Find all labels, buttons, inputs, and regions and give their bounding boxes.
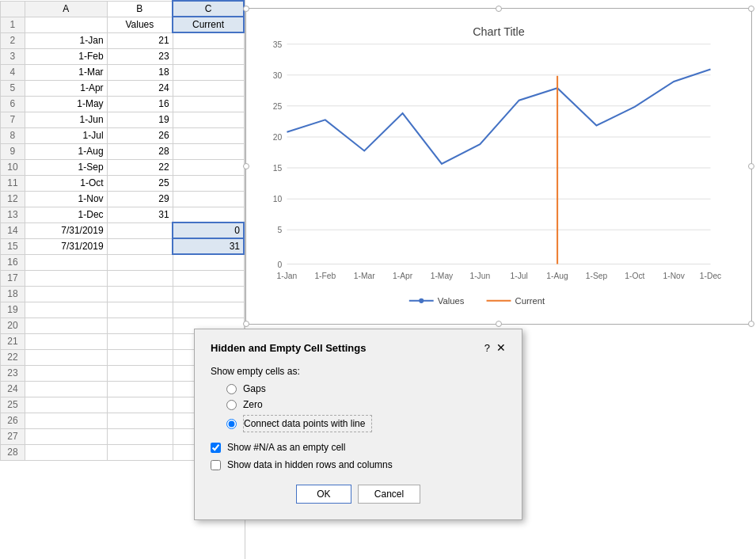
cell-8-c[interactable] [173,127,244,143]
cell-18-b[interactable] [107,286,173,302]
cell-24-a[interactable] [25,381,107,397]
cell-1-b[interactable]: Values [107,17,173,32]
grid-row-3: 31-Feb23 [1,48,245,64]
cell-7-a[interactable]: 1-Jun [25,112,107,127]
cell-15-a[interactable]: 7/31/2019 [25,238,107,254]
cell-24-b[interactable] [107,381,173,397]
cell-5-a[interactable]: 1-Apr [25,80,107,96]
cell-23-b[interactable] [107,365,173,381]
cell-7-c[interactable] [173,112,244,127]
col-b-header[interactable]: B [107,1,173,17]
dialog-controls: ? ✕ [484,341,506,354]
cell-28-b[interactable] [107,444,173,460]
cell-18-c[interactable] [173,286,244,302]
cell-16-b[interactable] [107,254,173,270]
cell-6-c[interactable] [173,96,244,112]
cell-28-a[interactable] [25,444,107,460]
cell-6-b[interactable]: 16 [107,96,173,112]
cell-9-a[interactable]: 1-Aug [25,143,107,159]
cell-8-a[interactable]: 1-Jul [25,127,107,143]
dialog-help-button[interactable]: ? [484,342,490,354]
cell-3-a[interactable]: 1-Feb [25,48,107,64]
cell-1-a[interactable] [25,17,107,32]
cell-25-b[interactable] [107,397,173,413]
cell-11-c[interactable] [173,175,244,191]
cell-12-b[interactable]: 29 [107,191,173,207]
radio-connect-input[interactable] [226,419,237,429]
cell-19-a[interactable] [25,302,107,318]
cell-8-b[interactable]: 26 [107,127,173,143]
cell-7-b[interactable]: 19 [107,112,173,127]
cell-14-b[interactable] [107,222,173,238]
cell-19-c[interactable] [173,302,244,318]
cell-14-c[interactable]: 0 [173,222,244,238]
col-c-header[interactable]: C [173,1,244,17]
resize-handle-right[interactable] [748,163,754,169]
cell-13-b[interactable]: 31 [107,207,173,222]
resize-handle-br[interactable] [748,321,754,327]
cell-10-b[interactable]: 22 [107,159,173,175]
resize-handle-left[interactable] [243,163,249,169]
ok-button[interactable]: OK [296,485,351,504]
cell-14-a[interactable]: 7/31/2019 [25,222,107,238]
cell-12-a[interactable]: 1-Nov [25,191,107,207]
cell-15-b[interactable] [107,238,173,254]
cell-15-c[interactable]: 31 [173,238,244,254]
cell-19-b[interactable] [107,302,173,318]
cell-22-a[interactable] [25,349,107,365]
cell-17-b[interactable] [107,270,173,286]
resize-handle-bl[interactable] [243,321,249,327]
resize-handle-bottom[interactable] [496,321,502,327]
cancel-button[interactable]: Cancel [358,485,420,504]
grid-row-1: 1ValuesCurrent [1,17,245,32]
cell-2-b[interactable]: 21 [107,32,173,48]
cell-2-a[interactable]: 1-Jan [25,32,107,48]
checkbox-hidden-label: Show data in hidden rows and columns [227,459,393,470]
cell-1-c[interactable]: Current [173,17,244,32]
cell-9-c[interactable] [173,143,244,159]
cell-20-b[interactable] [107,318,173,333]
cell-5-c[interactable] [173,80,244,96]
cell-4-a[interactable]: 1-Mar [25,64,107,80]
row-number-27: 27 [1,428,25,444]
cell-26-a[interactable] [25,413,107,428]
cell-3-b[interactable]: 23 [107,48,173,64]
cell-21-a[interactable] [25,333,107,349]
checkbox-na-input[interactable] [211,443,221,453]
cell-3-c[interactable] [173,48,244,64]
cell-16-c[interactable] [173,254,244,270]
cell-13-a[interactable]: 1-Dec [25,207,107,222]
cell-6-a[interactable]: 1-May [25,96,107,112]
cell-12-c[interactable] [173,191,244,207]
dialog-close-button[interactable]: ✕ [496,341,506,354]
cell-17-c[interactable] [173,270,244,286]
cell-18-a[interactable] [25,286,107,302]
cell-27-b[interactable] [107,428,173,444]
cell-27-a[interactable] [25,428,107,444]
cell-11-a[interactable]: 1-Oct [25,175,107,191]
cell-16-a[interactable] [25,254,107,270]
resize-handle-top[interactable] [496,6,502,12]
radio-gaps-input[interactable] [226,384,237,394]
col-a-header[interactable]: A [25,1,107,17]
cell-11-b[interactable]: 25 [107,175,173,191]
cell-25-a[interactable] [25,397,107,413]
resize-handle-tl[interactable] [243,6,249,12]
cell-5-b[interactable]: 24 [107,80,173,96]
cell-9-b[interactable]: 28 [107,143,173,159]
cell-10-a[interactable]: 1-Sep [25,159,107,175]
cell-20-a[interactable] [25,318,107,333]
cell-4-c[interactable] [173,64,244,80]
radio-zero-input[interactable] [226,400,237,410]
cell-21-b[interactable] [107,333,173,349]
cell-4-b[interactable]: 18 [107,64,173,80]
cell-10-c[interactable] [173,159,244,175]
cell-22-b[interactable] [107,349,173,365]
cell-26-b[interactable] [107,413,173,428]
resize-handle-tr[interactable] [748,6,754,12]
cell-17-a[interactable] [25,270,107,286]
cell-23-a[interactable] [25,365,107,381]
cell-2-c[interactable] [173,32,244,48]
checkbox-hidden-input[interactable] [211,460,221,470]
cell-13-c[interactable] [173,207,244,222]
